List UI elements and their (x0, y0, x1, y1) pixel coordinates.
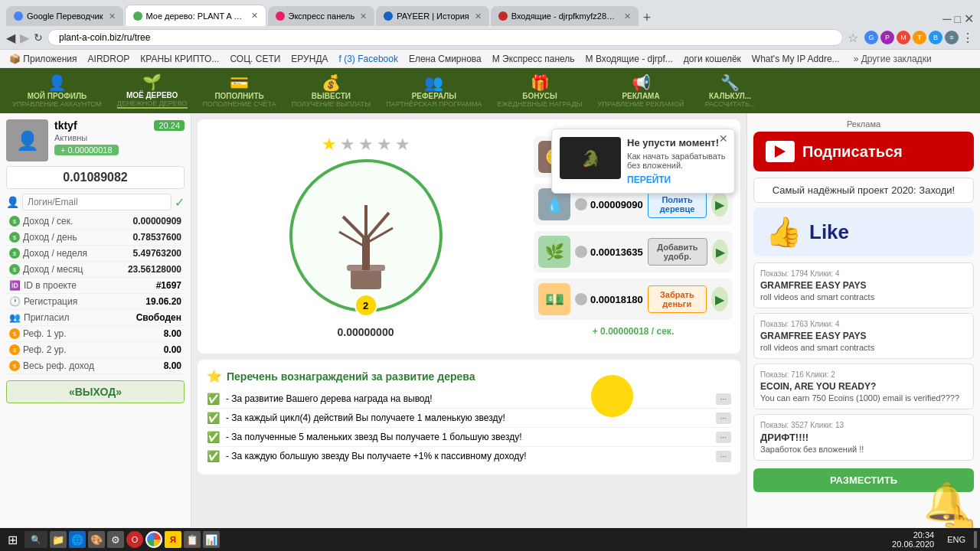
maximize-button[interactable]: □ (955, 13, 961, 25)
taskbar-icon-misc2[interactable]: 📊 (203, 531, 220, 548)
tab-close-icon[interactable]: ✕ (251, 11, 258, 21)
bookmark-fb[interactable]: f (3) Facebook (336, 52, 401, 66)
user-status: Активны (54, 133, 87, 142)
close-popup-button[interactable]: ✕ (719, 132, 728, 145)
ext-icon-g[interactable]: G (864, 31, 878, 44)
tab-inbox[interactable]: Входящие - djrpfkmyfz28@gm... ✕ (491, 6, 639, 26)
promo-block-4[interactable]: Показы: 3527 Клики: 13 ДРИФТ!!!! Заработ… (753, 414, 974, 461)
ext-icon-t[interactable]: T (913, 31, 926, 44)
reward-more-3[interactable]: ··· (716, 432, 731, 443)
nav-calc-sub: РАССЧИТАТЬ... (705, 100, 756, 108)
yt-icon (766, 141, 795, 162)
avatar: 👤 (6, 119, 48, 161)
nav-profile[interactable]: 👤 МОЙ ПРОФИЛЬ УПРАВЛЕНИЕ АККАУНТОМ (12, 73, 102, 108)
coin-dot-collect (575, 293, 587, 305)
promo-1-title: GRAMFREE EASY PAYS (760, 280, 967, 291)
nav-tree[interactable]: 🌱 МОЁ ДЕРЕВО ДЕНЕЖНОЕ ДЕРЕВО (117, 73, 188, 109)
action-fertilize-amount: 0.00013635 (590, 246, 643, 258)
nav-withdraw[interactable]: 💰 ВЫВЕСТИ ПОЛУЧЕНИЕ ВЫПЛАТЫ (292, 73, 371, 108)
bookmark-faucets[interactable]: КРАНЫ КРИПТО... (137, 52, 222, 66)
chrome-menu-icon[interactable]: ⋮ (962, 31, 974, 45)
search-taskbar-button[interactable]: 🔍 (24, 531, 47, 548)
taskbar-icon-browser[interactable]: 🌐 (69, 531, 86, 548)
reload-button[interactable]: ↻ (34, 31, 43, 44)
minimize-button[interactable]: ─ (942, 12, 951, 26)
reward-more-4[interactable]: ··· (716, 451, 731, 462)
promo-block-3[interactable]: Показы: 716 Клики: 2 ECOIN, ARE YOU READ… (753, 364, 974, 409)
tab-close-icon[interactable]: ✕ (624, 11, 631, 21)
bookmark-express[interactable]: M Экспресс панель (489, 52, 578, 66)
address-input[interactable] (47, 29, 843, 46)
taskbar-icon-yandex[interactable]: Я (165, 531, 181, 548)
rewards-title: ⭐ Перечень вознаграждений за развитие де… (207, 369, 731, 383)
more-bookmarks[interactable]: » Другие закладки (851, 52, 935, 66)
nav-withdraw-sub: ПОЛУЧЕНИЕ ВЫПЛАТЫ (292, 100, 371, 108)
nav-bonuses[interactable]: 🎁 БОНУСЫ ЕЖЕДНЕВНЫЕ НАГРАДЫ (498, 73, 583, 108)
fertilize-button[interactable]: Добавить удобр. (648, 238, 707, 266)
like-box[interactable]: 👍 Like (753, 207, 974, 256)
bookmark-stuff[interactable]: ЕРУНДА (288, 52, 331, 66)
taskbar-icon-file[interactable]: 📁 (50, 531, 67, 548)
reward-more-1[interactable]: ··· (716, 393, 731, 405)
browser-chrome: Google Переводчик ✕ Мое дерево: PLANT A … (0, 0, 980, 68)
income-day-icon: $ (9, 232, 20, 243)
logout-button[interactable]: «ВЫХОД» (6, 380, 185, 403)
nav-bonuses-sub: ЕЖЕДНЕВНЫЕ НАГРАДЫ (498, 100, 583, 108)
close-button[interactable]: ✕ (964, 11, 974, 26)
reward-more-2[interactable]: ··· (716, 412, 731, 424)
popup-link-button[interactable]: ПЕРЕЙТИ (627, 174, 671, 185)
tab-plant-a-coin[interactable]: Мое дерево: PLANT A COIN ✕ (125, 5, 266, 26)
ext-more-icon[interactable]: ≡ (945, 31, 959, 44)
promo-block-2[interactable]: Показы: 1763 Клики: 4 GRAMFREE EASY PAYS… (753, 313, 974, 359)
tab-express[interactable]: Экспресс панель ✕ (268, 6, 375, 26)
income-day-value: 0.78537600 (133, 232, 181, 243)
start-button[interactable]: ⊞ (3, 531, 22, 549)
taskbar-icon-paint[interactable]: 🎨 (88, 531, 105, 548)
nav-withdraw-label: ВЫВЕСТИ (312, 92, 351, 100)
forward-button[interactable]: ▶ (20, 31, 29, 45)
level-badge: 2 (354, 294, 377, 317)
new-tab-button[interactable]: + (643, 10, 652, 26)
yt-subscribe-button[interactable]: Подписаться (753, 132, 974, 171)
nav-deposit[interactable]: 💳 ПОПОЛНИТЬ ПОПОЛНЕНИЕ СЧЁТА (203, 73, 276, 108)
tab-close-icon[interactable]: ✕ (475, 11, 482, 21)
bookmark-doge[interactable]: доги кошелёк (681, 52, 744, 66)
nav-ads-sub: УПРАВЛЕНИЕ РЕКЛАМОЙ (598, 100, 684, 108)
popup-notification: ✕ 🐊 Не упусти момент! Как начать зарабат… (551, 129, 735, 194)
ext-icon-b[interactable]: B (929, 31, 942, 44)
tab-payeer[interactable]: PAYEER | История ✕ (376, 6, 489, 26)
bookmark-social[interactable]: СОЦ. СЕТИ (227, 52, 283, 66)
reward-text-3: - За полученные 5 маленьких звезд Вы пол… (226, 432, 521, 442)
ext-icon-p[interactable]: P (880, 31, 894, 44)
promo-block-1[interactable]: Показы: 1794 Клики: 4 GRAMFREE EASY PAYS… (753, 262, 974, 308)
action-fertilize: 🌿 0.00013635 Добавить удобр. ▶ (534, 231, 733, 272)
ext-icon-m[interactable]: M (897, 31, 910, 44)
reward-check-4: ✅ (207, 450, 220, 462)
taskbar-show-desktop[interactable] (974, 531, 977, 548)
water-tree-button[interactable]: Полить деревце (648, 191, 707, 218)
nav-ads[interactable]: 📢 РЕКЛАМА УПРАВЛЕНИЕ РЕКЛАМОЙ (598, 73, 684, 108)
collect-money-button[interactable]: Забрать деньги (648, 285, 707, 313)
taskbar-icon-chrome[interactable] (145, 531, 162, 548)
login-input[interactable] (22, 194, 172, 210)
level-badge: 20.24 (154, 120, 185, 131)
tab-close-icon[interactable]: ✕ (360, 11, 367, 21)
bookmark-airdrop[interactable]: AIRDROP (85, 52, 133, 66)
star-bookmark-icon[interactable]: ☆ (848, 31, 861, 44)
taskbar-icon-misc[interactable]: 📋 (184, 531, 201, 548)
taskbar-icon-terminal[interactable]: ⚙ (107, 531, 124, 548)
bookmark-ip[interactable]: What's My IP Addre... (749, 52, 843, 66)
tab-close-icon[interactable]: ✕ (109, 11, 116, 21)
tab-google-translate[interactable]: Google Переводчик ✕ (6, 6, 123, 26)
back-button[interactable]: ◀ (6, 31, 15, 45)
bookmark-inbox[interactable]: M Входящие - djrpf... (583, 52, 676, 66)
bookmark-elena[interactable]: Елена Смирнова (406, 52, 485, 66)
promo-3-desc: You can earn 750 Ecoins (1000) email is … (760, 393, 967, 403)
bookmark-apps[interactable]: 📦 Приложения (6, 52, 80, 66)
nav-calc[interactable]: 🔧 КАЛЬКУЛ... РАССЧИТАТЬ... (700, 73, 761, 108)
nav-ads-label: РЕКЛАМА (622, 92, 659, 100)
popup-text: Как начать зарабатывать без вложений. (627, 152, 727, 170)
reward-item-2: ✅ - За каждый цикл(4) действий Вы получа… (207, 409, 731, 428)
taskbar-icon-opera[interactable]: O (126, 531, 143, 548)
nav-referrals[interactable]: 👥 РЕФЕРАЛЫ ПАРТНЁРСКАЯ ПРОГРАММА (386, 73, 482, 108)
